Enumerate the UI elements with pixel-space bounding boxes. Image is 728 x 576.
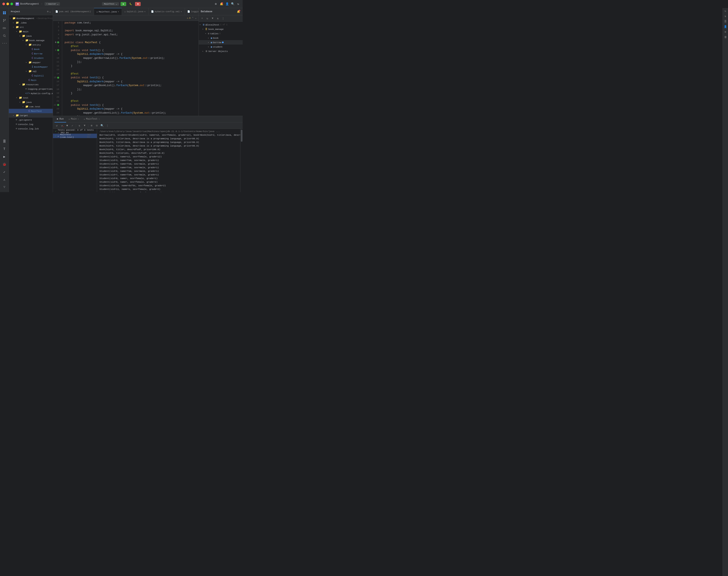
db-refresh-button[interactable]: ↻ [205,16,210,21]
bottom-tab-run[interactable]: ▶ Run [55,116,66,122]
tree-item-target[interactable]: ▾ 📁 target [9,113,53,118]
sidebar-item-terminal[interactable]: T [1,146,8,152]
panel-chevron-icon[interactable]: ⌄ [49,10,51,13]
search-icon[interactable]: 🔍 [231,2,235,6]
updates-icon[interactable]: ↻ [236,2,240,6]
filter-button[interactable]: ▼ [83,123,87,128]
tab-mybatis-close[interactable]: ✕ [181,10,182,13]
tree-item-borrow-class[interactable]: C Borrow [9,51,53,56]
db-filter-button[interactable]: ▼ [210,16,215,21]
tree-item-consolelck[interactable]: ≡ console.log.lck [9,126,53,131]
tree-item-entity[interactable]: ▾ 📁 entity [9,42,53,47]
tree-item-mybatis[interactable]: </> mybatis-config.xml [9,91,53,95]
settings-icon[interactable]: ⚙ [214,2,218,6]
tree-item-logging[interactable]: ≡ logging.properties [9,87,53,91]
tree-item-gitignore[interactable]: ≡ .gitignore [9,118,53,122]
bottom-tab-main[interactable]: ☕ Main ✕ [66,116,81,122]
tree-item-maintest[interactable]: C MainTest [9,109,53,113]
sidebar-item-debug[interactable]: 🐞 [1,161,8,168]
db-more-button[interactable]: ⋮ [221,16,225,21]
tab-mybatis[interactable]: 📄 mybatis-config.xml ✕ [149,8,185,15]
console-area[interactable]: /Users/eve/Library/Java/JavaVirtualMachi… [97,129,240,192]
sidebar-item-git2[interactable]: ⑂ [1,184,8,191]
close-button[interactable] [2,3,5,5]
db-sync-button[interactable]: ⇅ [216,16,220,21]
tree-item-main-class[interactable]: C Main [9,78,53,82]
sidebar-item-project[interactable] [1,10,8,16]
debug-button[interactable]: 🐛 [128,2,133,6]
check-button[interactable]: ✓ [70,123,74,128]
db-item-tables[interactable]: ▾ ⊞ tables 3 [199,31,243,36]
warning-badge[interactable]: ⚠ 3 [187,17,190,19]
bottom-scrollbar-thumb[interactable] [241,129,242,142]
sidebar-item-git[interactable] [1,17,8,24]
collapse-icon[interactable]: ⌃ [192,17,193,20]
tree-item-test[interactable]: ▾ 📁 test [9,95,53,100]
sidebar-item-search[interactable] [1,32,8,39]
stop-run-button[interactable]: ■ [65,123,69,128]
run-config-selector[interactable]: MainTest ⌄ [102,2,119,6]
db-add-button[interactable]: + [200,16,204,21]
tree-item-test-java[interactable]: ▾ 📁 java [9,100,53,104]
run-gutter-22[interactable] [57,104,59,106]
tree-item-book-manage[interactable]: ▾ 📁 book.manage [9,38,53,42]
more-run-options[interactable]: ⋮ [105,123,110,128]
bottom-scrollbar[interactable] [240,129,243,192]
tree-item-java[interactable]: ▾ 📁 java [9,34,53,38]
rerun-failed-button[interactable]: ↺✕ [60,123,64,128]
editor-scrollbar[interactable] [196,21,199,116]
minimize-button[interactable] [6,3,9,5]
run-gutter-6[interactable] [57,41,59,44]
tree-item-sql[interactable]: ▾ 📁 sql [9,69,53,74]
editor-container[interactable]: 1 2 3 4 5 6 7 8 9 10 11 12 13 14 [53,21,199,116]
run-button[interactable]: ▶ [121,2,126,6]
panel-settings-icon[interactable]: ⚙ [47,10,49,13]
notification-icon[interactable]: 🔔 [219,2,223,6]
bottom-tab-main-close[interactable]: ✕ [78,118,79,120]
tree-item-main[interactable]: ▾ 📁 main [9,29,53,34]
tab-logging[interactable]: 📄 logging.properties ✕ [185,8,199,15]
tab-pom[interactable]: 📄 pom.xml (BookManagment) [53,8,94,15]
run-gutter-8[interactable] [57,49,59,51]
sidebar-item-plugins[interactable] [1,25,8,31]
db-item-server-objects[interactable]: ▸ 🖥 Server Objects [199,49,243,53]
sidebar-item-more[interactable]: ··· [1,40,8,47]
db-notification-icon[interactable]: 🔔 [236,9,241,14]
db-item-localhost[interactable]: ▾ 🖥 @localhost 1 of 1 [199,23,243,27]
run-gutter-15[interactable] [57,77,59,79]
sidebar-item-todo[interactable]: ✓ [1,169,8,175]
vcs-branch[interactable]: ⑂ master ⌄ [44,2,60,6]
tree-item-com-test[interactable]: ▾ 📁 com.test [9,104,53,109]
stop-button[interactable]: ■ [135,2,141,6]
tree-item-book-class[interactable]: C Book [9,47,53,51]
tab-sqlutil[interactable]: ☕ SqlUtil.java ✕ [122,8,148,15]
db-item-book-manage[interactable]: ▾ 🗄 book_manage [199,27,243,31]
expand-all-button[interactable]: ⊞ [89,123,94,128]
sidebar-item-db[interactable]: 🗄 [1,138,8,145]
db-item-table-book[interactable]: ▸ ▦ book [199,36,243,40]
expand-icon[interactable]: ⌄ [195,17,196,20]
bottom-tab-maintest[interactable]: ☕ MainTest ✕ [81,116,102,122]
tab-maintest[interactable]: ☕ MainTest.java ✕ [94,8,122,15]
tree-item-src[interactable]: ▾ 📁 src [9,25,53,29]
run-item-maintest[interactable]: ✓ ☕ MainTest (com.test) 362 ms [53,134,97,138]
tab-maintest-close[interactable]: ✕ [118,10,119,13]
tree-item-consolelog[interactable]: ≡ console.log [9,122,53,126]
tree-item-idea[interactable]: ▸ 📁 .idea [9,21,53,25]
tree-item-sqlutil[interactable]: C SqlUtil [9,74,53,78]
profile-icon[interactable]: 👤 [225,2,229,6]
sidebar-item-problems[interactable]: ⚠ [1,176,8,183]
db-item-table-student[interactable]: ▸ ▦ student [199,45,243,49]
sidebar-item-run[interactable]: ▶ [1,153,8,160]
tree-item-bookmapper[interactable]: I BookMapper [9,65,53,69]
collapse-all-button[interactable]: ⊟ [95,123,99,128]
tree-item-bookmgmt[interactable]: ▾ 📁 BookManagment ~/Desktop/Proje [9,16,53,21]
tab-sqlutil-close[interactable]: ✕ [144,10,146,13]
maximize-button[interactable] [10,3,13,5]
db-item-table-borrow[interactable]: ▸ ▦ borrow [199,40,243,45]
tree-item-mapper[interactable]: ▾ 📁 mapper [9,60,53,65]
bottom-tab-maintest-close[interactable]: ✕ [99,118,100,120]
search-run-button[interactable]: 🔍 [100,123,104,128]
sort-button[interactable]: ⇅ [77,123,82,128]
rerun-button[interactable]: ↺ [55,123,59,128]
